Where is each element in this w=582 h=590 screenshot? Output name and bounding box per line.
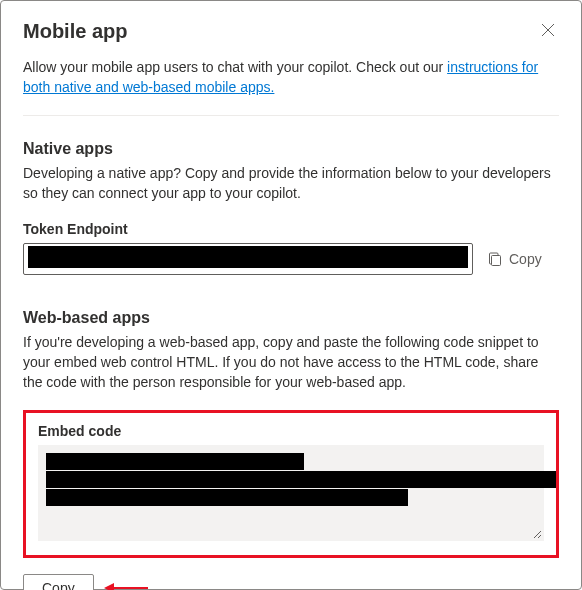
redacted-embed-content (46, 451, 536, 535)
web-apps-heading: Web-based apps (23, 309, 559, 327)
native-apps-heading: Native apps (23, 140, 559, 158)
intro-text: Allow your mobile app users to chat with… (23, 58, 559, 97)
copy-button-row: Copy (23, 574, 559, 590)
copy-token-button[interactable]: Copy (487, 251, 542, 267)
embed-code-label: Embed code (38, 423, 544, 439)
mobile-app-panel: Mobile app Allow your mobile app users t… (0, 0, 582, 590)
web-apps-description: If you're developing a web-based app, co… (23, 333, 559, 392)
divider (23, 115, 559, 116)
close-icon (541, 23, 555, 37)
copy-token-label: Copy (509, 251, 542, 267)
intro-prefix: Allow your mobile app users to chat with… (23, 59, 447, 75)
embed-highlight-box: Embed code (23, 410, 559, 558)
panel-title: Mobile app (23, 20, 127, 43)
redacted-content (28, 246, 468, 268)
svg-rect-2 (492, 256, 501, 266)
token-endpoint-input[interactable] (23, 243, 473, 275)
close-button[interactable] (537, 19, 559, 44)
native-apps-description: Developing a native app? Copy and provid… (23, 164, 559, 203)
panel-header: Mobile app (23, 19, 559, 44)
token-endpoint-row: Copy (23, 243, 559, 275)
svg-line-4 (538, 535, 541, 538)
token-endpoint-label: Token Endpoint (23, 221, 559, 237)
arrow-annotation-icon (104, 581, 148, 590)
svg-marker-6 (104, 583, 114, 590)
embed-code-textarea[interactable] (38, 445, 544, 541)
copy-embed-button[interactable]: Copy (23, 574, 94, 590)
copy-icon (487, 251, 503, 267)
